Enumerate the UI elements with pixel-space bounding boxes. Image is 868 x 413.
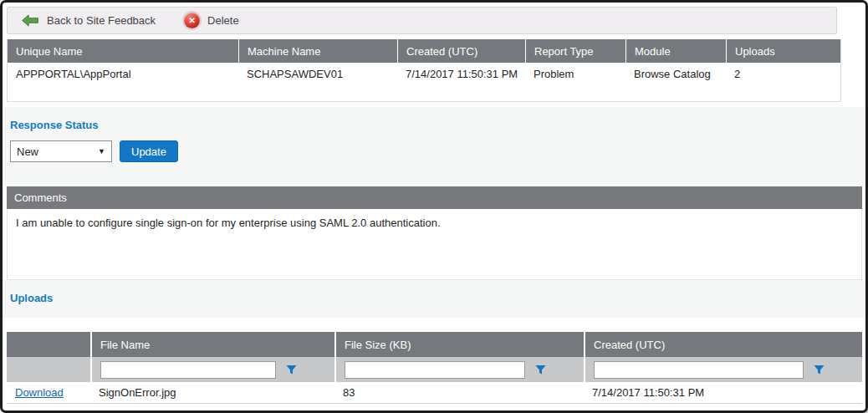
response-status-dropdown[interactable]: New ▼ xyxy=(10,140,112,162)
feedback-table-header-row: Unique Name Machine Name Created (UTC) R… xyxy=(8,39,840,63)
cell-download: Download xyxy=(7,386,90,403)
comments-body: I am unable to configure single sign-on … xyxy=(7,209,862,280)
cell-file-name: SignOnError.jpg xyxy=(90,386,334,403)
filter-funnel-icon[interactable] xyxy=(286,365,297,375)
download-link[interactable]: Download xyxy=(15,386,64,399)
response-status-section: Response Status New ▼ Update xyxy=(3,107,865,186)
column-header-uploads: Uploads xyxy=(726,39,840,63)
response-status-controls: New ▼ Update xyxy=(10,140,178,162)
comments-header-bar: Comments xyxy=(7,186,862,209)
file-size-filter-input[interactable] xyxy=(345,361,525,379)
cell-file-size: 83 xyxy=(334,386,584,403)
cell-uploads-count: 2 xyxy=(726,68,840,83)
cell-file-created: 7/14/2017 11:50:31 PM xyxy=(584,386,862,403)
comment-text: I am unable to configure single sign-on … xyxy=(16,217,441,229)
filter-funnel-icon[interactable] xyxy=(535,365,546,375)
back-arrow-icon xyxy=(21,14,39,27)
uploads-header-row: File Name File Size (KB) Created (UTC) xyxy=(7,332,862,357)
filter-cell-file-name xyxy=(90,357,334,382)
uploads-data-row: Download SignOnError.jpg 83 7/14/2017 11… xyxy=(7,382,862,403)
file-name-filter-input[interactable] xyxy=(100,361,276,379)
delete-icon: ✕ xyxy=(184,13,200,28)
feedback-detail-window: Back to Site Feedback ✕ Delete Unique Na… xyxy=(0,0,868,413)
uploads-table: File Name File Size (KB) Created (UTC) xyxy=(7,332,862,404)
filter-cell-created xyxy=(584,357,862,382)
back-button-label: Back to Site Feedback xyxy=(47,14,156,27)
uploads-column-header-created: Created (UTC) xyxy=(584,332,862,357)
chevron-down-icon: ▼ xyxy=(98,147,105,156)
uploads-section: Uploads xyxy=(3,280,865,318)
update-button[interactable]: Update xyxy=(120,140,178,162)
cell-unique-name: APPPORTAL\AppPortal xyxy=(8,68,238,83)
response-status-heading: Response Status xyxy=(10,119,98,131)
uploads-column-header-action xyxy=(7,332,90,357)
column-header-module: Module xyxy=(625,39,726,63)
column-header-created-utc: Created (UTC) xyxy=(397,39,525,63)
delete-button-label: Delete xyxy=(207,14,239,27)
uploads-column-header-file-name: File Name xyxy=(90,332,334,357)
cell-created-utc: 7/14/2017 11:50:31 PM xyxy=(397,68,525,83)
uploads-heading: Uploads xyxy=(10,292,53,304)
cell-machine-name: SCHAPSAWDEV01 xyxy=(238,68,397,83)
response-status-selected-value: New xyxy=(17,145,98,158)
cell-report-type: Problem xyxy=(525,68,625,83)
toolbar: Back to Site Feedback ✕ Delete xyxy=(7,7,837,34)
created-filter-input[interactable] xyxy=(594,361,804,379)
uploads-filter-row xyxy=(7,357,862,382)
column-header-unique-name: Unique Name xyxy=(8,39,238,63)
filter-funnel-icon[interactable] xyxy=(814,365,825,375)
delete-button[interactable]: ✕ Delete xyxy=(184,13,239,28)
feedback-table-row[interactable]: APPPORTAL\AppPortal SCHAPSAWDEV01 7/14/2… xyxy=(8,63,840,83)
uploads-column-header-file-size: File Size (KB) xyxy=(334,332,584,357)
comments-header-label: Comments xyxy=(14,191,67,204)
back-to-site-feedback-button[interactable]: Back to Site Feedback xyxy=(21,14,156,27)
filter-cell-file-size xyxy=(334,357,584,382)
cell-module: Browse Catalog xyxy=(625,68,726,83)
feedback-detail-table: Unique Name Machine Name Created (UTC) R… xyxy=(7,39,841,102)
column-header-machine-name: Machine Name xyxy=(238,39,397,63)
feedback-table-filler xyxy=(8,83,840,101)
column-header-report-type: Report Type xyxy=(525,39,625,63)
filter-cell-empty xyxy=(7,357,90,382)
